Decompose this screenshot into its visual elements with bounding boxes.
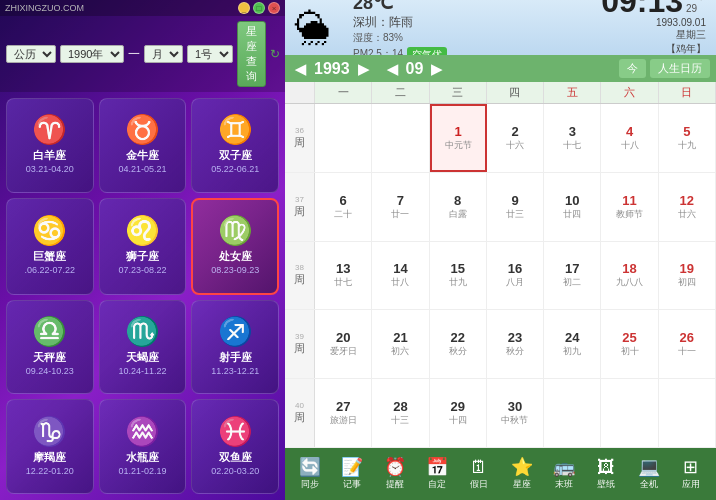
close-button[interactable]: × xyxy=(268,2,280,14)
site-name: ZHIXINGZUO.COM xyxy=(5,3,84,13)
day-2[interactable]: 2 十六 xyxy=(487,104,544,172)
query-button[interactable]: 星座查询 xyxy=(237,21,266,87)
day-18[interactable]: 18 九八八 xyxy=(601,242,658,310)
day-1[interactable]: 1 中元节 xyxy=(430,104,487,172)
zodiac-aquarius[interactable]: ♒ 水瓶座 01.21-02.19 xyxy=(99,399,187,494)
day-23[interactable]: 23 秋分 xyxy=(487,310,544,378)
day-17[interactable]: 17 初二 xyxy=(544,242,601,310)
zodiac-sagittarius[interactable]: ♐ 射手座 11.23-12.21 xyxy=(191,300,279,395)
bus-button[interactable]: 🚌 末班 xyxy=(543,455,585,494)
day-lunar: 廿七 xyxy=(334,276,352,289)
notes-button[interactable]: 📝 记事 xyxy=(331,455,373,494)
holiday-button[interactable]: 🗓 假日 xyxy=(458,455,500,494)
day-lunar: 十九 xyxy=(678,139,696,152)
next-month-button[interactable]: ▶ xyxy=(427,61,446,77)
day-19[interactable]: 19 初四 xyxy=(659,242,716,310)
day-9[interactable]: 9 廿三 xyxy=(487,173,544,241)
weekday-fri: 五 xyxy=(544,82,601,103)
leo-icon: ♌ xyxy=(125,217,160,245)
reminder-button[interactable]: ⏰ 提醒 xyxy=(374,455,416,494)
zodiac-libra[interactable]: ♎ 天秤座 09.24-10.23 xyxy=(6,300,94,395)
day-number: 15 xyxy=(450,261,464,276)
day-14[interactable]: 14 廿八 xyxy=(372,242,429,310)
scorpio-name: 天蝎座 xyxy=(126,350,159,365)
week-num-header xyxy=(285,82,315,103)
virgo-name: 处女座 xyxy=(219,249,252,264)
day-lunar: 中元节 xyxy=(445,139,472,152)
day-6[interactable]: 6 二十 xyxy=(315,173,372,241)
day-lunar: 初十 xyxy=(621,345,639,358)
virgo-icon: ♍ xyxy=(218,217,253,245)
day-number: 10 xyxy=(565,193,579,208)
week-label: 36 xyxy=(295,126,304,135)
day-4[interactable]: 4 十八 xyxy=(601,104,658,172)
stars-button[interactable]: ⭐ 星座 xyxy=(500,455,542,494)
day-number: 17 xyxy=(565,261,579,276)
day-21[interactable]: 21 初六 xyxy=(372,310,429,378)
pisces-date: 02.20-03.20 xyxy=(211,466,259,476)
day-12[interactable]: 12 廿六 xyxy=(659,173,716,241)
day-16[interactable]: 16 八月 xyxy=(487,242,544,310)
day-lunar: 初九 xyxy=(563,345,581,358)
aries-name: 白羊座 xyxy=(33,148,66,163)
custom-button[interactable]: 📅 自定 xyxy=(416,455,458,494)
zodiac-taurus[interactable]: ♉ 金牛座 04.21-05.21 xyxy=(99,98,187,193)
refresh-icon[interactable]: ↻ xyxy=(270,47,280,61)
day-27[interactable]: 27 旅游日 xyxy=(315,379,372,447)
day-lunar: 廿六 xyxy=(678,208,696,221)
weekday: 星期三 xyxy=(601,28,706,42)
prev-month-button[interactable]: ◀ xyxy=(383,61,402,77)
today-button[interactable]: 今 xyxy=(619,59,646,78)
day-11[interactable]: 11 教师节 xyxy=(601,173,658,241)
day-26[interactable]: 26 十一 xyxy=(659,310,716,378)
maximize-button[interactable]: □ xyxy=(253,2,265,14)
cancer-icon: ♋ xyxy=(32,217,67,245)
zodiac-cancer[interactable]: ♋ 巨蟹座 .06.22-07.22 xyxy=(6,198,94,295)
rili-button[interactable]: 人生日历 xyxy=(650,59,710,78)
day-20[interactable]: 20 爱牙日 xyxy=(315,310,372,378)
zodiac-scorpio[interactable]: ♏ 天蝎座 10.24-11.22 xyxy=(99,300,187,395)
day-24[interactable]: 24 初九 xyxy=(544,310,601,378)
stars-label: 星座 xyxy=(513,478,531,491)
capricorn-date: 12.22-01.20 xyxy=(26,466,74,476)
day-28[interactable]: 28 十三 xyxy=(372,379,429,447)
sync-icon: 🔄 xyxy=(299,458,321,476)
week-num-39: 39 周 xyxy=(285,310,315,378)
day-25[interactable]: 25 初十 xyxy=(601,310,658,378)
week-word: 周 xyxy=(294,135,305,150)
empty-32 xyxy=(601,379,658,447)
calendar-month: 09 xyxy=(406,60,424,78)
sync-button[interactable]: 🔄 同步 xyxy=(289,455,331,494)
week-40: 40 周 27 旅游日 28 十三 29 十四 30 中秋节 xyxy=(285,379,716,448)
zodiac-aries[interactable]: ♈ 白羊座 03.21-04.20 xyxy=(6,98,94,193)
weekday-mon: 一 xyxy=(315,82,372,103)
day-5[interactable]: 5 十九 xyxy=(659,104,716,172)
zodiac-leo[interactable]: ♌ 狮子座 07.23-08.22 xyxy=(99,198,187,295)
day-29[interactable]: 29 十四 xyxy=(430,379,487,447)
day-8[interactable]: 8 白露 xyxy=(430,173,487,241)
day-13[interactable]: 13 廿七 xyxy=(315,242,372,310)
day-number: 3 xyxy=(569,124,576,139)
apps-button[interactable]: ⊞ 应用 xyxy=(670,455,712,494)
minimize-button[interactable]: _ xyxy=(238,2,250,14)
year-select[interactable]: 1990年1991年1992年1993年 xyxy=(60,45,124,63)
zodiac-virgo[interactable]: ♍ 处女座 08.23-09.23 xyxy=(191,198,279,295)
day-7[interactable]: 7 廿一 xyxy=(372,173,429,241)
wallpaper-button[interactable]: 🖼 壁纸 xyxy=(585,455,627,494)
zodiac-pisces[interactable]: ♓ 双鱼座 02.20-03.20 xyxy=(191,399,279,494)
day-15[interactable]: 15 廿九 xyxy=(430,242,487,310)
day-3[interactable]: 3 十七 xyxy=(544,104,601,172)
humidity: 湿度：83% xyxy=(353,31,447,45)
day-10[interactable]: 10 廿四 xyxy=(544,173,601,241)
calendar-type-select[interactable]: 公历 农历 xyxy=(6,45,56,63)
fullscreen-button[interactable]: 💻 全机 xyxy=(627,455,669,494)
day-22[interactable]: 22 秋分 xyxy=(430,310,487,378)
prev-year-button[interactable]: ◀ xyxy=(291,61,310,77)
day-30[interactable]: 30 中秋节 xyxy=(487,379,544,447)
day-number: 13 xyxy=(336,261,350,276)
day-select[interactable]: 1号 xyxy=(187,45,233,63)
zodiac-capricorn[interactable]: ♑ 摩羯座 12.22-01.20 xyxy=(6,399,94,494)
next-year-button[interactable]: ▶ xyxy=(354,61,373,77)
zodiac-gemini[interactable]: ♊ 双子座 05.22-06.21 xyxy=(191,98,279,193)
month-select[interactable]: 月 xyxy=(144,45,183,63)
